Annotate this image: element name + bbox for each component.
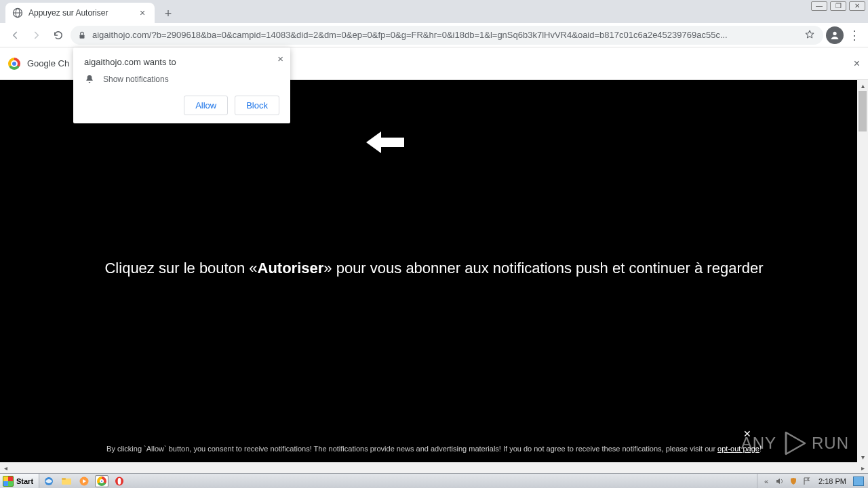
watermark-text-left: ANY <box>741 434 776 453</box>
window-close-button[interactable]: ✕ <box>849 1 865 11</box>
main-text-post: » pour vous abonner aux notifications pu… <box>323 260 763 277</box>
bell-icon <box>84 74 95 85</box>
disclaimer-pre: By clicking `Allow` button, you consent … <box>106 445 717 453</box>
browser-menu-button[interactable]: ⋮ <box>846 26 863 45</box>
tab-close-button[interactable]: × <box>137 7 148 18</box>
media-player-icon[interactable] <box>77 475 91 487</box>
svg-point-10 <box>118 478 121 485</box>
block-button[interactable]: Block <box>235 96 279 115</box>
flag-icon[interactable] <box>802 476 812 486</box>
play-triangle-icon <box>781 430 808 457</box>
arrow-left-icon <box>366 129 404 156</box>
scroll-thumb[interactable] <box>859 91 867 131</box>
permission-row: Show notifications <box>84 74 279 85</box>
forward-button[interactable] <box>27 26 46 45</box>
horizontal-scrollbar[interactable]: ◂ ▸ <box>0 462 868 473</box>
lock-icon <box>77 30 87 40</box>
quick-launch <box>39 474 129 488</box>
profile-avatar[interactable] <box>826 26 844 44</box>
volume-icon[interactable] <box>775 476 785 486</box>
svg-rect-3 <box>80 35 85 38</box>
svg-point-4 <box>833 31 836 35</box>
disclaimer-text: By clicking `Allow` button, you consent … <box>0 444 868 454</box>
h-scroll-track[interactable] <box>11 464 857 472</box>
reload-button[interactable] <box>49 26 68 45</box>
scroll-right-icon[interactable]: ▸ <box>857 464 868 472</box>
tab-title: Appuyez sur Autoriser <box>28 8 132 18</box>
notification-permission-popup: × aigaithojo.com wants to Show notificat… <box>73 47 290 123</box>
main-text-pre: Cliquez sur le bouton « <box>104 260 257 277</box>
infobar-text: Google Ch <box>27 58 69 68</box>
bookmark-star-icon[interactable] <box>804 29 816 41</box>
windows-logo-icon <box>3 476 14 487</box>
window-minimize-button[interactable]: — <box>811 1 827 11</box>
watermark-text-right: RUN <box>812 434 849 453</box>
permission-close-button[interactable]: × <box>277 53 283 64</box>
scroll-left-icon[interactable]: ◂ <box>0 464 11 472</box>
tray-expand-icon[interactable]: « <box>762 476 771 486</box>
main-instruction-text: Cliquez sur le bouton «Autoriser» pour v… <box>0 260 868 277</box>
browser-toolbar: aigaithojo.com/?b=2909618&ba=0&campid=14… <box>0 23 868 47</box>
scroll-up-icon[interactable]: ▴ <box>857 80 868 91</box>
taskbar-clock[interactable]: 2:18 PM <box>816 477 849 485</box>
anyrun-watermark: ANY RUN <box>741 430 849 457</box>
permission-kind: Show notifications <box>103 75 169 84</box>
permission-title: aigaithojo.com wants to <box>84 57 279 67</box>
tab-bar: Appuyez sur Autoriser × + <box>0 0 868 23</box>
chrome-logo-icon <box>8 58 20 70</box>
globe-icon <box>12 7 23 18</box>
system-tray: « 2:18 PM <box>757 474 868 488</box>
back-button[interactable] <box>5 26 24 45</box>
svg-rect-7 <box>62 478 66 480</box>
infobar-close-button[interactable]: × <box>854 58 860 70</box>
shield-icon[interactable] <box>789 476 798 486</box>
page-content: ▴ ▾ Cliquez sur le bouton «Autoriser» po… <box>0 80 868 462</box>
windows-taskbar: Start « 2:18 PM <box>0 473 868 488</box>
ie-icon[interactable] <box>42 475 56 487</box>
main-text-bold: Autoriser <box>258 260 324 277</box>
show-desktop-button[interactable] <box>853 476 864 486</box>
allow-button[interactable]: Allow <box>184 96 228 115</box>
chrome-taskbar-icon[interactable] <box>95 475 108 487</box>
url-text: aigaithojo.com/?b=2909618&ba=0&campid=14… <box>92 30 799 40</box>
opera-icon[interactable] <box>113 475 126 487</box>
address-bar[interactable]: aigaithojo.com/?b=2909618&ba=0&campid=14… <box>71 26 823 45</box>
window-maximize-button[interactable]: ❐ <box>830 1 846 11</box>
start-label: Start <box>16 477 33 485</box>
new-tab-button[interactable]: + <box>159 4 178 23</box>
explorer-icon[interactable] <box>60 475 73 487</box>
window-controls: — ❐ ✕ <box>808 0 868 12</box>
browser-tab[interactable]: Appuyez sur Autoriser × <box>5 3 155 23</box>
start-button[interactable]: Start <box>0 474 39 488</box>
permission-actions: Allow Block <box>84 96 279 115</box>
